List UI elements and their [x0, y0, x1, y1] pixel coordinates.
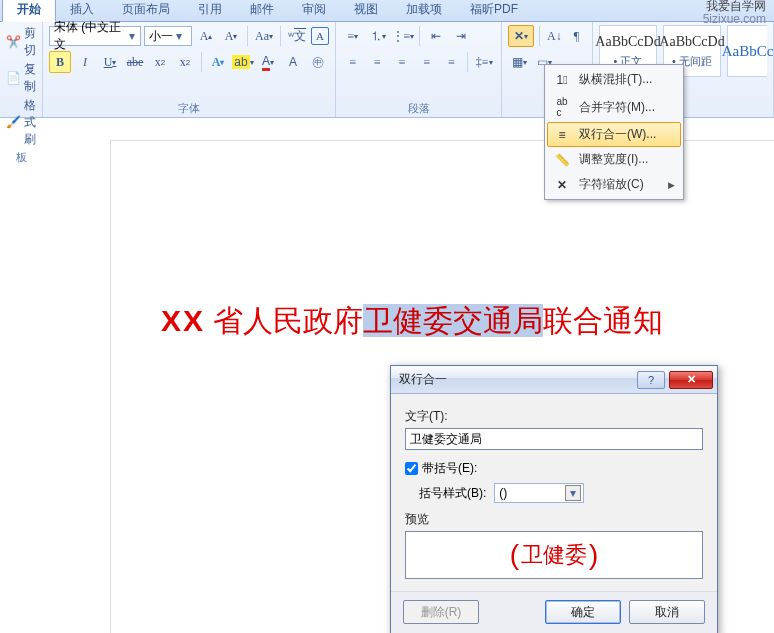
shading-button[interactable]: ▦▾	[508, 51, 530, 73]
grow-font-button[interactable]: A▴	[195, 25, 217, 47]
twolines-icon: ≡	[553, 128, 571, 142]
text-field-label: 文字(T):	[405, 408, 703, 425]
font-color-button[interactable]: A▾	[257, 51, 279, 73]
combine-icon: abc	[553, 96, 571, 118]
style-heading[interactable]: AaBbCc	[727, 25, 767, 77]
group-font: 宋体 (中文正文▾ 小一▾ A▴ A▾ Aa▾ ᵂ文 A B I U▾ abe …	[43, 22, 336, 117]
scale-icon: ✕	[553, 178, 571, 192]
bracket-style-label: 括号样式(B):	[419, 485, 486, 502]
highlight-button[interactable]: ab▾	[232, 51, 254, 73]
menu-fit-width[interactable]: 📏 调整宽度(I)...	[547, 147, 681, 172]
align-left-button[interactable]: ≡	[367, 51, 389, 73]
menu-char-scale[interactable]: ✕ 字符缩放(C) ▶	[547, 172, 681, 197]
preview-label: 预览	[405, 511, 703, 528]
line-spacing-button[interactable]: ‡≡▾	[473, 51, 495, 73]
tab-references[interactable]: 引用	[184, 0, 236, 21]
shrink-font-button[interactable]: A▾	[220, 25, 242, 47]
cancel-button[interactable]: 取消	[629, 600, 705, 624]
numbering-button[interactable]: ⒈▾	[367, 25, 389, 47]
indent-inc-button[interactable]: ⇥	[450, 25, 472, 47]
multilevel-button[interactable]: ⋮≡▾	[392, 25, 414, 47]
tab-foxit[interactable]: 福昕PDF	[456, 0, 532, 21]
subscript-button[interactable]: x2	[149, 51, 171, 73]
copy-button[interactable]: 📄 复制	[6, 61, 36, 95]
change-case-button[interactable]: Aa▾	[253, 25, 275, 47]
asian-layout-menu: 1⃣ 纵横混排(T)... abc 合并字符(M)... ≡ 双行合一(W)..…	[544, 64, 684, 200]
vhmix-icon: 1⃣	[553, 73, 571, 87]
tab-review[interactable]: 审阅	[288, 0, 340, 21]
font-size-combo[interactable]: 小一▾	[144, 26, 192, 46]
brand-watermark: 我爱自学网 5izixue.com	[703, 0, 766, 26]
text-effects-button[interactable]: A▾	[207, 51, 229, 73]
two-lines-dialog: 双行合一 ? ✕ 文字(T): 带括号(E): 括号样式(B): () ▾ 预览…	[390, 365, 718, 633]
ok-button[interactable]: 确定	[545, 600, 621, 624]
tab-layout[interactable]: 页面布局	[108, 0, 184, 21]
menu-two-lines-in-one[interactable]: ≡ 双行合一(W)...	[547, 122, 681, 147]
brush-icon: 🖌️	[6, 115, 21, 130]
align-justify-button[interactable]: ≡	[342, 51, 364, 73]
align-right-button[interactable]: ≡	[416, 51, 438, 73]
asian-layout-button[interactable]: ✕▾	[508, 25, 534, 47]
preview-box: (卫健委(	[405, 531, 703, 579]
scissors-icon: ✂️	[6, 35, 21, 50]
underline-button[interactable]: U▾	[99, 51, 121, 73]
chevron-down-icon: ▾	[173, 29, 185, 43]
close-button[interactable]: ✕	[669, 371, 713, 389]
showmarks-button[interactable]: ¶	[567, 25, 586, 47]
tab-home[interactable]: 开始	[2, 0, 56, 22]
cut-button[interactable]: ✂️ 剪切	[6, 25, 36, 59]
tab-view[interactable]: 视图	[340, 0, 392, 21]
copy-icon: 📄	[6, 71, 21, 86]
group-label-clipboard: 板	[6, 148, 36, 165]
submenu-arrow-icon: ▶	[668, 180, 675, 190]
tab-mail[interactable]: 邮件	[236, 0, 288, 21]
superscript-button[interactable]: x2	[174, 51, 196, 73]
selected-text[interactable]: 卫健委交通局	[363, 304, 543, 337]
group-clipboard: ✂️ 剪切 📄 复制 🖌️ 格式刷 板	[0, 22, 43, 117]
format-painter-button[interactable]: 🖌️ 格式刷	[6, 97, 36, 148]
enclose-char-button[interactable]: ㊥	[307, 51, 329, 73]
font-family-combo[interactable]: 宋体 (中文正文▾	[49, 26, 141, 46]
menu-vertical-horizontal[interactable]: 1⃣ 纵横混排(T)...	[547, 67, 681, 92]
document-heading[interactable]: XX 省人民政府卫健委交通局联合通知	[161, 301, 754, 342]
chevron-down-icon: ▾	[565, 485, 581, 501]
group-paragraph: ≡▾ ⒈▾ ⋮≡▾ ⇤ ⇥ ≡ ≡ ≡ ≡ ≡ ‡≡▾ 段落	[336, 22, 502, 117]
group-label-paragraph: 段落	[342, 99, 495, 116]
tab-insert[interactable]: 插入	[56, 0, 108, 21]
phonetic-guide-button[interactable]: ᵂ文	[286, 25, 308, 47]
char-shading-button[interactable]: A	[282, 51, 304, 73]
char-border-button[interactable]: A	[311, 27, 329, 45]
italic-button[interactable]: I	[74, 51, 96, 73]
group-label-font: 字体	[49, 99, 329, 116]
align-center-button[interactable]: ≡	[391, 51, 413, 73]
text-input[interactable]	[405, 428, 703, 450]
asian-layout-icon: ✕	[514, 29, 524, 43]
bold-button[interactable]: B	[49, 51, 71, 73]
align-distribute-button[interactable]: ≡	[441, 51, 463, 73]
bullets-button[interactable]: ≡▾	[342, 25, 364, 47]
dialog-titlebar[interactable]: 双行合一 ? ✕	[391, 366, 717, 394]
bracket-style-combo[interactable]: () ▾	[494, 483, 584, 503]
strikethrough-button[interactable]: abe	[124, 51, 146, 73]
help-button[interactable]: ?	[637, 371, 665, 389]
chevron-down-icon: ▾	[127, 29, 138, 43]
brackets-checkbox[interactable]	[405, 462, 418, 475]
brackets-label: 带括号(E):	[422, 460, 477, 477]
indent-dec-button[interactable]: ⇤	[425, 25, 447, 47]
dialog-title: 双行合一	[399, 371, 447, 388]
remove-button[interactable]: 删除(R)	[403, 600, 479, 624]
menu-combine-chars[interactable]: abc 合并字符(M)...	[547, 92, 681, 122]
tab-addins[interactable]: 加载项	[392, 0, 456, 21]
sort-button[interactable]: A↓	[545, 25, 564, 47]
ruler-icon: 📏	[553, 153, 571, 167]
